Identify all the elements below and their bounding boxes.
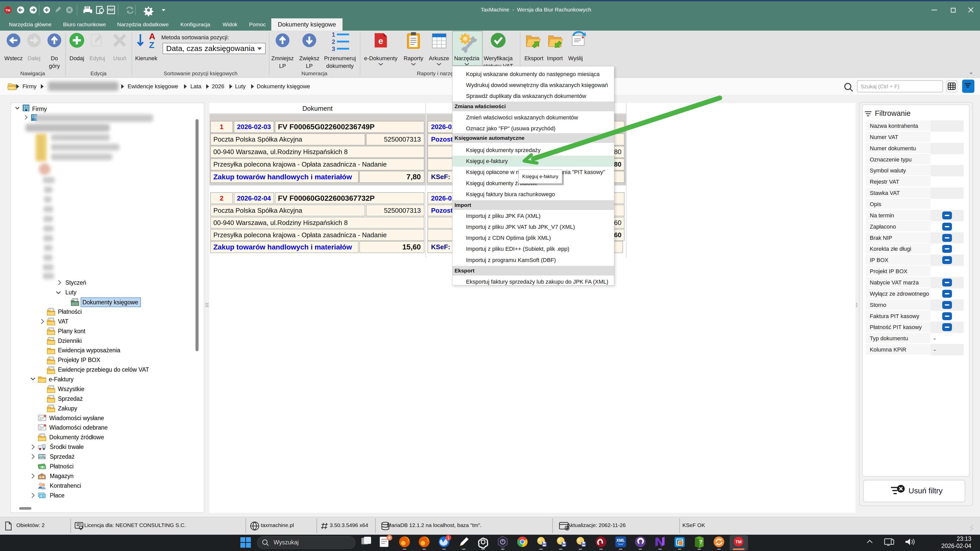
svg-text:PDF: PDF xyxy=(108,8,114,12)
svg-text:5: 5 xyxy=(42,494,44,498)
svg-text:23:13: 23:13 xyxy=(956,535,971,542)
svg-text:XML: XML xyxy=(616,538,625,543)
svg-text:A: A xyxy=(149,32,156,41)
svg-text:2026-02-04: 2026-02-04 xyxy=(941,543,971,549)
svg-text:1: 1 xyxy=(332,31,335,38)
svg-text:3: 3 xyxy=(332,45,335,52)
svg-text:e: e xyxy=(379,36,383,46)
svg-text:TM: TM xyxy=(735,540,742,545)
svg-text:TM: TM xyxy=(6,8,11,12)
svg-text:?: ? xyxy=(699,539,702,545)
svg-text:Wyszukaj: Wyszukaj xyxy=(274,539,299,546)
svg-text:Z: Z xyxy=(149,40,154,50)
svg-text:1: 1 xyxy=(447,536,449,540)
svg-text:2: 2 xyxy=(332,38,335,45)
